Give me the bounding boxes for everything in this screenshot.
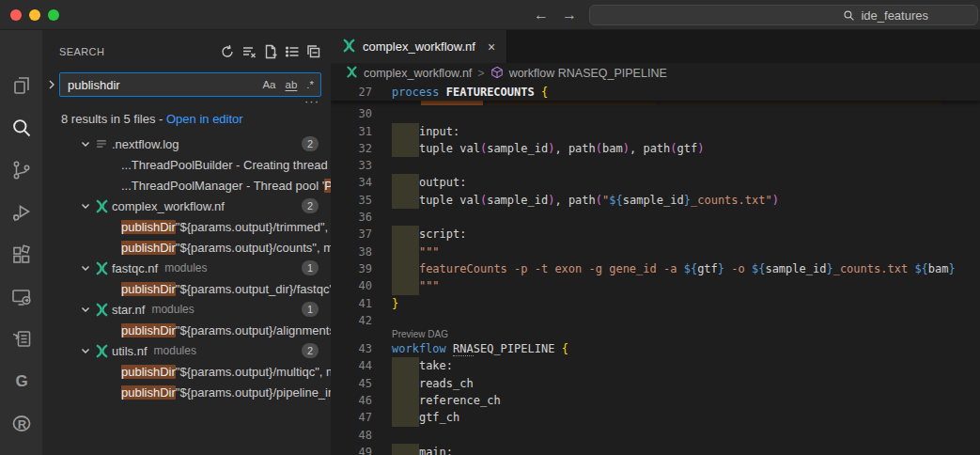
match-row[interactable]: publishDir "${params.output}/trimmed", m…: [42, 216, 331, 237]
line-number: 43: [331, 340, 392, 357]
gitlens-icon[interactable]: G: [0, 360, 42, 402]
line-content: workflow RNASEQ_PIPELINE {: [392, 340, 568, 357]
line-content: """: [392, 243, 440, 260]
close-window-button[interactable]: [10, 9, 22, 21]
code-editor[interactable]: 27process FEATURECOUNTS { 3031 input:32 …: [331, 84, 980, 455]
code-line[interactable]: 36: [331, 209, 980, 226]
nextflow-icon: [346, 66, 358, 81]
tab-complex-workflow[interactable]: complex_workflow.nf ×: [331, 30, 507, 63]
search-icon[interactable]: [0, 106, 42, 149]
match-row[interactable]: ...ThreadPoolManager - Thread pool 'Publ…: [42, 175, 331, 196]
back-arrow-icon[interactable]: ←: [534, 7, 549, 24]
code-token: gtf_ch: [419, 411, 459, 424]
code-line[interactable]: 39 featureCounts -p -t exon -g gene_id -…: [331, 260, 980, 277]
code-line[interactable]: 49 main:: [331, 444, 980, 455]
code-line[interactable]: 38 """: [331, 243, 980, 260]
refresh-icon[interactable]: [220, 44, 235, 59]
close-tab-icon[interactable]: ×: [488, 39, 495, 55]
file-row[interactable]: fastqc.nfmodules1: [42, 258, 331, 278]
chevron-down-icon[interactable]: [80, 304, 95, 315]
run-and-debug-icon[interactable]: [0, 191, 42, 233]
toggle-search-details-icon[interactable]: ···: [42, 97, 331, 108]
file-row[interactable]: complex_workflow.nf2: [42, 196, 331, 216]
file-row[interactable]: star.nfmodules1: [42, 299, 331, 320]
forward-arrow-icon[interactable]: →: [562, 7, 577, 24]
file-row[interactable]: .nextflow.log2: [42, 133, 331, 154]
code-token: reference_ch: [419, 394, 501, 407]
line-content: }: [392, 295, 398, 312]
log-file-icon: [95, 137, 112, 150]
match-row[interactable]: publishDir "${params.output_dir}/fastqc"…: [42, 278, 331, 299]
command-center[interactable]: ide_features: [589, 5, 978, 25]
indent-highlight: [392, 260, 419, 277]
code-token: featureCounts -p -t exon -g gene_id -a: [419, 262, 684, 275]
match-row[interactable]: ...ThreadPoolBuilder - Creating thread p…: [42, 154, 331, 175]
search-input[interactable]: [68, 78, 259, 92]
clear-search-results-icon[interactable]: [241, 44, 257, 59]
code-line[interactable]: 42: [331, 312, 980, 329]
symbol-namespace-icon: [490, 66, 504, 82]
clipped-bottom-icon[interactable]: [0, 445, 42, 455]
line-number: 42: [331, 312, 392, 329]
code-line[interactable]: 45 reads_ch: [331, 375, 980, 392]
code-token: sample_id: [623, 194, 684, 207]
code-token: }: [718, 262, 724, 275]
match-row[interactable]: publishDir "${params.output}/multiqc", m…: [42, 361, 331, 382]
sticky-scroll-line[interactable]: 27process FEATURECOUNTS {: [331, 84, 980, 101]
codelens-preview-dag[interactable]: Preview DAG: [331, 329, 980, 340]
collapse-all-icon[interactable]: [306, 44, 321, 59]
code-token: sample_id: [487, 194, 548, 207]
r-language-icon[interactable]: R: [0, 402, 42, 445]
open-in-editor-link[interactable]: Open in editor: [166, 112, 243, 126]
line-number: 32: [331, 140, 392, 157]
view-as-list-icon[interactable]: [285, 44, 300, 59]
line-number: 34: [331, 174, 392, 191]
regex-toggle[interactable]: .*: [303, 78, 317, 91]
breadcrumb-symbol[interactable]: workflow RNASEQ_PIPELINE: [509, 67, 667, 80]
chevron-down-icon[interactable]: [80, 262, 95, 274]
source-control-icon[interactable]: [0, 149, 42, 191]
line-number: 47: [331, 409, 392, 426]
activity-bar: G R: [0, 30, 42, 455]
code-line[interactable]: 48: [331, 427, 980, 444]
match-case-toggle[interactable]: Aa: [259, 78, 278, 91]
explorer-icon[interactable]: [0, 64, 42, 106]
code-line[interactable]: 41}: [331, 295, 980, 312]
code-line[interactable]: 40 """: [331, 277, 980, 294]
extensions-icon[interactable]: [0, 233, 42, 275]
line-number: 30: [331, 105, 392, 122]
task-runner-icon[interactable]: [0, 318, 42, 360]
code-line[interactable]: 47 gtf_ch: [331, 409, 980, 426]
code-line[interactable]: 44 take:: [331, 357, 980, 374]
code-line[interactable]: 46 reference_ch: [331, 392, 980, 409]
indent-highlight: [392, 123, 419, 140]
zoom-window-button[interactable]: [48, 9, 59, 21]
code-token: _counts.txt: [833, 262, 915, 275]
minimize-window-button[interactable]: [29, 9, 40, 21]
code-line[interactable]: 37 script:: [331, 226, 980, 243]
code-line[interactable]: 33: [331, 157, 980, 174]
toggle-replace-chevron-icon[interactable]: [44, 79, 59, 90]
match-highlight: publishDir: [121, 385, 176, 400]
code-line[interactable]: 35 tuple val(sample_id), path("${sample_…: [331, 192, 980, 209]
code-line[interactable]: 43workflow RNASEQ_PIPELINE {: [331, 340, 980, 357]
match-row[interactable]: publishDir "${params.output}/alignments"…: [42, 320, 331, 340]
match-highlight: publishDir: [121, 282, 176, 296]
remote-explorer-icon[interactable]: [0, 275, 42, 318]
code-line[interactable]: 32 tuple val(sample_id), path(bam), path…: [331, 140, 980, 157]
nextflow-icon: [95, 199, 112, 213]
whole-word-toggle[interactable]: ab: [283, 78, 301, 91]
match-text: ...ThreadPoolManager - Thread pool ': [121, 179, 324, 193]
code-line[interactable]: 31 input:: [331, 123, 980, 140]
code-line[interactable]: 30: [331, 105, 980, 122]
chevron-down-icon[interactable]: [80, 200, 95, 212]
code-line[interactable]: 34 output:: [331, 174, 980, 191]
chevron-down-icon[interactable]: [80, 345, 95, 356]
file-name: utils.nf: [112, 344, 148, 358]
chevron-down-icon[interactable]: [80, 138, 95, 149]
breadcrumb-file[interactable]: complex_workflow.nf: [364, 67, 472, 80]
match-row[interactable]: publishDir "${params.output}/pipeline_in…: [42, 382, 331, 402]
open-new-search-editor-icon[interactable]: [263, 44, 278, 59]
match-row[interactable]: publishDir "${params.output}/counts", mo…: [42, 237, 331, 258]
file-row[interactable]: utils.nfmodules2: [42, 340, 331, 361]
